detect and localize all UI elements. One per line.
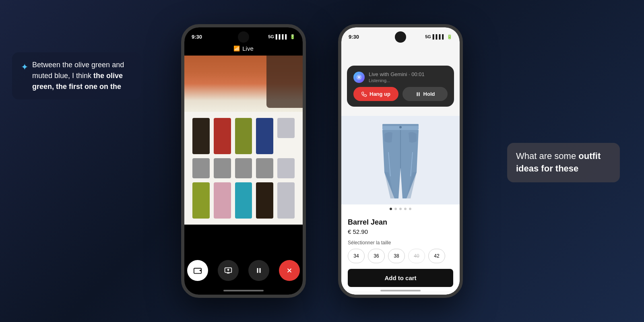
home-indicator-right: [380, 290, 421, 291]
bars-right: ▌▌▌▌: [433, 34, 445, 39]
pause-button[interactable]: [248, 260, 269, 281]
swatch-14: [256, 182, 273, 219]
product-price: € 52.90: [348, 228, 453, 235]
right-bubble-normal-text: What are some: [516, 151, 578, 161]
svg-rect-5: [419, 92, 419, 96]
phone-right: 9:30 5G ▌▌▌▌ 🔋: [338, 24, 463, 298]
phone-right-inner: 9:30 5G ▌▌▌▌ 🔋: [341, 27, 460, 295]
swatch-13: [235, 182, 252, 219]
battery-left: 🔋: [290, 34, 295, 39]
swatch-15: [277, 182, 295, 219]
camera-button[interactable]: [187, 260, 208, 281]
svg-rect-7: [382, 124, 419, 126]
hold-label: Hold: [423, 91, 435, 97]
close-button[interactable]: [279, 260, 300, 281]
gemini-title-main: Live with Gemini: [369, 71, 407, 77]
phone-left: 9:30 5G ▌▌▌▌ 🔋 📶 Live: [181, 24, 306, 298]
dot-1: [390, 208, 392, 210]
dot-2: [394, 208, 397, 210]
bars-left: ▌▌▌▌: [276, 34, 288, 39]
swatch-12: [214, 182, 231, 219]
corner-overlay: [266, 56, 303, 108]
size-38[interactable]: 38: [388, 249, 405, 263]
description-header: Description −: [348, 292, 453, 295]
size-label: Sélectionner la taille: [348, 240, 453, 246]
live-text: Live: [242, 45, 254, 52]
sizes-container: 34 36 38 40 42: [348, 249, 453, 263]
dot-3: [399, 208, 402, 210]
swatch-8: [235, 158, 252, 178]
size-42[interactable]: 42: [428, 249, 445, 263]
gemini-card-title: Live with Gemini · 00:01: [369, 71, 448, 77]
signal-right: 5G: [425, 34, 431, 39]
camera-notch-right: [395, 31, 406, 43]
pagination-dots: [341, 204, 460, 213]
left-speech-bubble: ✦ Between the olive green and muted blue…: [12, 52, 141, 99]
dot-5: [409, 208, 411, 210]
product-name: Barrel Jean: [348, 218, 453, 227]
time-right: 9:30: [349, 34, 359, 40]
swatch-6: [192, 158, 210, 178]
gemini-live-card: Live with Gemini · 00:01 Listening... Ha…: [347, 66, 454, 107]
product-area: Barrel Jean € 52.90 Sélectionner la tail…: [341, 116, 460, 295]
swatch-7: [214, 158, 231, 178]
size-40: 40: [408, 249, 425, 263]
dot-4: [404, 208, 407, 210]
hangup-button[interactable]: Hang up: [353, 87, 398, 101]
gemini-star-icon: ✦: [21, 60, 28, 74]
size-34[interactable]: 34: [348, 249, 365, 263]
add-to-cart-button[interactable]: Add to cart: [348, 269, 453, 287]
svg-rect-3: [260, 268, 261, 273]
phone-right-container: 9:30 5G ▌▌▌▌ 🔋: [338, 24, 463, 298]
product-info: Barrel Jean € 52.90 Sélectionner la tail…: [341, 213, 460, 295]
right-speech-bubble: What are some outfit ideas for these: [507, 143, 620, 182]
size-36[interactable]: 36: [368, 249, 385, 263]
hangup-label: Hang up: [369, 91, 390, 97]
gemini-card-buttons: Hang up Hold: [353, 87, 448, 101]
svg-rect-2: [257, 268, 258, 273]
screen-share-button[interactable]: [218, 260, 239, 281]
signal-left: 5G: [268, 34, 274, 39]
swatch-4: [256, 118, 273, 154]
time-left: 9:30: [192, 34, 202, 40]
swatch-9: [256, 158, 273, 178]
swatch-3: [235, 118, 252, 154]
jeans-svg: [372, 120, 429, 200]
phone-left-container: 9:30 5G ▌▌▌▌ 🔋 📶 Live: [181, 24, 306, 298]
battery-right: 🔋: [447, 34, 452, 39]
home-indicator-left: [223, 290, 264, 291]
gemini-logo-icon: [353, 72, 365, 83]
scene: ✦ Between the olive green and muted blue…: [0, 0, 644, 322]
svg-point-8: [399, 126, 402, 128]
status-right-left: 5G ▌▌▌▌ 🔋: [268, 34, 295, 39]
swatch-2: [214, 118, 231, 154]
gemini-card-header: Live with Gemini · 00:01 Listening...: [353, 71, 448, 83]
swatch-1: [192, 118, 210, 154]
svg-rect-4: [417, 92, 417, 96]
status-right-right: 5G ▌▌▌▌ 🔋: [425, 34, 452, 39]
gemini-timer: 00:01: [411, 71, 425, 77]
product-image: [341, 116, 460, 204]
hold-button[interactable]: Hold: [402, 87, 448, 101]
live-label: 📶 Live: [184, 45, 303, 52]
live-waveform-icon: 📶: [233, 45, 240, 52]
swatches-area: [184, 112, 303, 225]
swatch-11: [192, 182, 210, 219]
gemini-card-subtitle: Listening...: [369, 78, 448, 83]
gemini-title-sep: ·: [407, 71, 411, 77]
gemini-card-info: Live with Gemini · 00:01 Listening...: [369, 71, 448, 83]
swatch-5: [277, 118, 295, 138]
swatch-10: [277, 158, 295, 178]
phone1-controls: [184, 254, 303, 295]
camera-view: [184, 56, 303, 254]
camera-notch-left: [238, 31, 249, 43]
left-bubble-text: Between the olive green and muted blue, …: [32, 60, 132, 92]
brick-area: [184, 56, 303, 112]
live-header: 📶 Live: [184, 43, 303, 54]
phone-left-inner: 9:30 5G ▌▌▌▌ 🔋 📶 Live: [184, 27, 303, 295]
